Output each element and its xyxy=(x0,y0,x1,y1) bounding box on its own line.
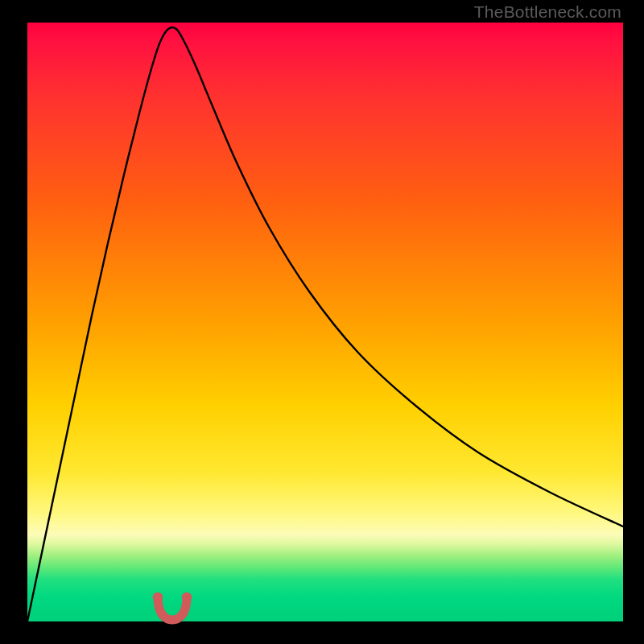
valley-marker-cap xyxy=(153,592,163,602)
bottleneck-curve xyxy=(27,27,623,621)
valley-marker xyxy=(158,597,187,620)
curve-layer xyxy=(0,0,644,644)
valley-marker-cap xyxy=(182,592,192,602)
chart-frame: TheBottleneck.com xyxy=(0,0,644,644)
